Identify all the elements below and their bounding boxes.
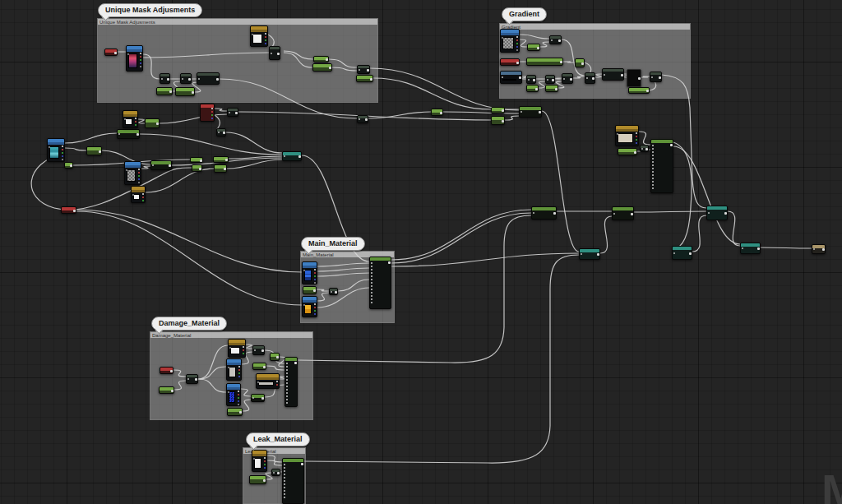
node-pin[interactable] xyxy=(140,56,141,58)
node-pin[interactable] xyxy=(252,397,254,399)
node-pin[interactable] xyxy=(284,483,285,485)
node-l-texn[interactable] xyxy=(124,161,141,185)
node-pin[interactable] xyxy=(284,477,285,479)
node-pin[interactable] xyxy=(257,381,259,383)
node-pin[interactable] xyxy=(634,151,636,154)
node-d-g2[interactable] xyxy=(252,363,266,370)
node-pin[interactable] xyxy=(359,69,360,71)
node-pin[interactable] xyxy=(371,262,372,264)
node-pin[interactable] xyxy=(314,313,316,315)
node-pin[interactable] xyxy=(284,493,285,495)
node-pin[interactable] xyxy=(140,53,141,54)
node-pin[interactable] xyxy=(371,295,372,297)
node-pin[interactable] xyxy=(636,139,637,141)
node-pin[interactable] xyxy=(563,78,565,80)
node-pin[interactable] xyxy=(742,247,743,249)
node-pin[interactable] xyxy=(286,395,288,397)
node-pin[interactable] xyxy=(533,212,534,214)
node-pin[interactable] xyxy=(757,247,760,250)
node-pin[interactable] xyxy=(284,490,285,492)
node-gr-g5[interactable] xyxy=(628,87,650,94)
node-pin[interactable] xyxy=(263,366,266,368)
node-r-tex[interactable] xyxy=(615,125,639,146)
node-pin[interactable] xyxy=(298,155,301,158)
node-c-f1[interactable] xyxy=(227,108,238,117)
node-pin[interactable] xyxy=(652,145,654,146)
node-pin[interactable] xyxy=(370,78,372,81)
node-pin[interactable] xyxy=(652,151,654,153)
node-pin[interactable] xyxy=(537,47,539,49)
node-pin[interactable] xyxy=(199,168,201,170)
node-pin[interactable] xyxy=(138,178,140,180)
node-pin[interactable] xyxy=(326,58,328,61)
node-pin[interactable] xyxy=(243,353,244,354)
comment-label-bubble-damage-material[interactable]: Damage_Material xyxy=(151,317,227,331)
node-pin[interactable] xyxy=(652,181,654,183)
node-pin[interactable] xyxy=(276,384,278,386)
node-l-g2[interactable] xyxy=(64,162,73,169)
node-pin[interactable] xyxy=(371,272,372,274)
node-u-f5[interactable] xyxy=(357,65,370,74)
node-pin[interactable] xyxy=(646,90,649,92)
node-pin[interactable] xyxy=(659,76,661,79)
node-pin[interactable] xyxy=(284,467,285,469)
node-pin[interactable] xyxy=(652,178,654,179)
node-pin[interactable] xyxy=(273,472,275,474)
comment-header-unique-mask[interactable]: Unique Mask Adjusments xyxy=(98,19,377,25)
node-m-tall[interactable] xyxy=(369,257,391,309)
node-pin[interactable] xyxy=(303,304,305,306)
node-pin[interactable] xyxy=(520,111,522,113)
node-pin[interactable] xyxy=(261,349,264,352)
node-pin[interactable] xyxy=(277,472,280,474)
node-m-f1[interactable] xyxy=(329,288,338,295)
node-pin[interactable] xyxy=(286,392,288,394)
node-pin[interactable] xyxy=(284,470,285,472)
node-c-g5[interactable] xyxy=(431,109,443,116)
node-l-texw2[interactable] xyxy=(131,186,146,203)
node-pin[interactable] xyxy=(135,121,136,123)
node-pin[interactable] xyxy=(138,182,140,183)
node-pin[interactable] xyxy=(286,402,288,404)
node-pin[interactable] xyxy=(613,213,615,215)
node-u-red[interactable] xyxy=(104,49,118,56)
node-pin[interactable] xyxy=(235,112,238,114)
node-pin[interactable] xyxy=(73,210,76,212)
node-pin[interactable] xyxy=(301,463,303,465)
node-u-f2[interactable] xyxy=(180,73,192,84)
node-pin[interactable] xyxy=(631,213,633,215)
node-pin[interactable] xyxy=(314,269,316,270)
node-pin[interactable] xyxy=(254,349,256,351)
node-c-g2[interactable] xyxy=(213,156,229,163)
node-pin[interactable] xyxy=(229,112,230,113)
node-pin[interactable] xyxy=(138,175,140,177)
node-pin[interactable] xyxy=(264,457,266,459)
node-pin[interactable] xyxy=(652,174,654,176)
node-pin[interactable] xyxy=(187,378,189,380)
node-pin[interactable] xyxy=(243,346,244,348)
node-pin[interactable] xyxy=(329,67,331,69)
node-pin[interactable] xyxy=(331,291,332,293)
node-pin[interactable] xyxy=(617,133,618,135)
node-pin[interactable] xyxy=(276,381,278,382)
node-c-g4[interactable] xyxy=(214,164,227,173)
node-pin[interactable] xyxy=(188,78,191,81)
node-pin[interactable] xyxy=(265,43,266,44)
node-pin[interactable] xyxy=(238,391,239,392)
node-pin[interactable] xyxy=(371,292,372,294)
node-pin[interactable] xyxy=(284,497,285,498)
node-pin[interactable] xyxy=(558,39,561,42)
node-pin[interactable] xyxy=(552,79,554,81)
node-pin[interactable] xyxy=(689,252,692,255)
node-r-t4[interactable] xyxy=(740,243,761,254)
node-d-f2[interactable] xyxy=(252,345,265,355)
node-pin[interactable] xyxy=(238,397,239,399)
node-pin[interactable] xyxy=(673,252,675,254)
node-pin[interactable] xyxy=(636,136,637,137)
node-pin[interactable] xyxy=(652,168,654,169)
node-pin[interactable] xyxy=(371,279,372,280)
node-pin[interactable] xyxy=(604,74,605,76)
node-pin[interactable] xyxy=(126,169,127,171)
node-pin[interactable] xyxy=(581,253,582,255)
node-pin[interactable] xyxy=(651,76,653,78)
node-c-f2[interactable] xyxy=(216,128,226,136)
